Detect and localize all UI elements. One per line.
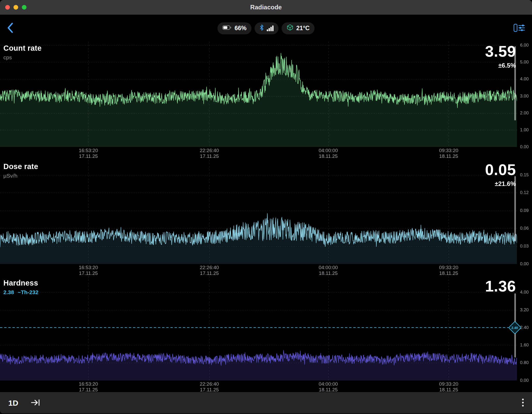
y-axis-label: 2.00 <box>520 111 529 116</box>
y-axis-label: 0.80 <box>520 360 529 365</box>
cube-icon <box>287 24 294 33</box>
radiacode-window: Radiacode 66% <box>0 0 532 414</box>
hardness-y-axis: 4.003.202.401.600.800.00 <box>518 276 532 392</box>
y-axis-label: 0.06 <box>520 226 529 231</box>
y-axis-label: 1.60 <box>520 342 529 348</box>
hardness-plot[interactable] <box>0 276 517 380</box>
temperature-pill[interactable]: 21°C <box>282 22 315 34</box>
y-axis-label: 4.00 <box>520 76 529 82</box>
y-axis-label: 0.15 <box>520 172 529 178</box>
x-axis-label: 09:33:2018.11.25 <box>430 381 467 393</box>
bottom-toolbar: 1D <box>0 392 532 413</box>
dose-rate-y-axis: 0.150.120.090.060.030.00 <box>518 160 532 276</box>
device-sliders-icon <box>513 30 525 34</box>
back-button[interactable] <box>7 22 17 35</box>
hardness-ratio-value: 2.38 <box>3 289 14 295</box>
time-range-button[interactable]: 1D <box>8 399 18 407</box>
x-axis-label: 04:00:0018.11.25 <box>310 148 347 159</box>
x-axis-label: 09:33:2018.11.25 <box>430 148 467 159</box>
y-axis-label: 4.00 <box>520 290 529 295</box>
hardness-reading: 1.36 <box>485 279 516 294</box>
device-settings-button[interactable] <box>513 22 525 34</box>
dose-rate-x-axis: 16:53:2017.11.2522:26:4017.11.2504:00:00… <box>0 264 532 276</box>
close-window-button[interactable] <box>5 5 10 10</box>
battery-status-pill[interactable]: 66% <box>217 22 251 34</box>
x-axis-label: 16:53:2017.11.25 <box>70 381 107 393</box>
threshold-value-label: 2.40 <box>511 326 518 329</box>
more-options-button[interactable] <box>522 398 524 408</box>
count-rate-x-axis: 16:53:2017.11.2522:26:4017.11.2504:00:00… <box>0 147 532 159</box>
current-value: 1.36 <box>485 279 516 294</box>
x-axis-label: 16:53:2017.11.25 <box>70 148 107 159</box>
count-rate-y-axis: 6.005.004.003.002.001.000.00 <box>518 42 532 159</box>
dose-rate-plot[interactable] <box>0 160 517 264</box>
chart-unit-label: µSv/h <box>3 173 38 179</box>
window-title: Radiacode <box>250 4 282 11</box>
x-axis-label: 22:26:4017.11.25 <box>191 148 228 159</box>
bluetooth-icon <box>260 24 264 33</box>
current-value: 0.05 <box>485 162 516 178</box>
minimize-window-button[interactable] <box>14 5 18 10</box>
hardness-chart: 4.003.202.401.600.800.00 2.40 Hardness 2… <box>0 276 532 392</box>
isotope-estimate-label: 2.38~Th-232 <box>3 289 38 295</box>
y-axis-label: 6.00 <box>520 43 529 48</box>
count-rate-chart: 6.005.004.003.002.001.000.00 Count rate … <box>0 42 532 159</box>
x-axis-label: 22:26:4017.11.25 <box>191 265 228 276</box>
chart-title: Dose rate <box>3 162 38 171</box>
x-axis-label: 16:53:2017.11.25 <box>70 265 107 276</box>
y-axis-label: 2.40 <box>520 325 529 330</box>
count-rate-plot[interactable] <box>0 42 517 147</box>
chart-unit-label: cps <box>3 54 42 61</box>
signal-bars-icon <box>267 25 274 31</box>
battery-icon <box>222 25 232 32</box>
dose-rate-reading: 0.05 ±21.6% <box>485 162 516 187</box>
y-axis-label: 0.09 <box>520 208 529 213</box>
status-pills: 66% 21°C <box>217 22 315 34</box>
temperature-label: 21°C <box>296 25 310 32</box>
zoom-window-button[interactable] <box>22 5 26 10</box>
x-axis-label: 04:00:0018.11.25 <box>310 381 347 393</box>
traffic-lights <box>5 5 26 10</box>
chevron-left-icon <box>7 22 14 35</box>
y-axis-label: 5.00 <box>520 60 529 65</box>
uncertainty-label: ±6.5% <box>485 62 516 69</box>
dose-rate-chart: 0.150.120.090.060.030.00 Dose rate µSv/h… <box>0 160 532 276</box>
x-axis-label: 22:26:4017.11.25 <box>191 381 228 393</box>
kebab-menu-icon <box>522 398 524 408</box>
uncertainty-label: ±21.6% <box>485 180 516 187</box>
app-toolbar: 66% 21°C <box>0 15 532 42</box>
chart-title: Hardness <box>3 279 38 287</box>
battery-percent-label: 66% <box>235 25 247 32</box>
bluetooth-status-pill[interactable] <box>255 22 278 34</box>
count-rate-reading: 3.59 ±6.5% <box>485 44 516 69</box>
skip-to-end-icon <box>31 398 40 408</box>
x-axis-label: 09:33:2018.11.25 <box>430 265 467 276</box>
chart-title: Count rate <box>3 44 42 53</box>
y-axis-label: 3.20 <box>520 307 529 313</box>
x-axis-label: 04:00:0018.11.25 <box>310 265 347 276</box>
y-axis-label: 3.00 <box>520 94 529 99</box>
y-axis-label: 1.00 <box>520 127 529 133</box>
y-axis-label: 0.12 <box>520 190 529 195</box>
hardness-x-axis: 16:53:2017.11.2522:26:4017.11.2504:00:00… <box>0 380 532 392</box>
window-titlebar[interactable]: Radiacode <box>0 0 532 15</box>
jump-to-latest-button[interactable] <box>31 398 40 408</box>
current-value: 3.59 <box>485 44 516 59</box>
y-axis-label: 0.03 <box>520 244 529 249</box>
isotope-name: ~Th-232 <box>18 289 38 295</box>
